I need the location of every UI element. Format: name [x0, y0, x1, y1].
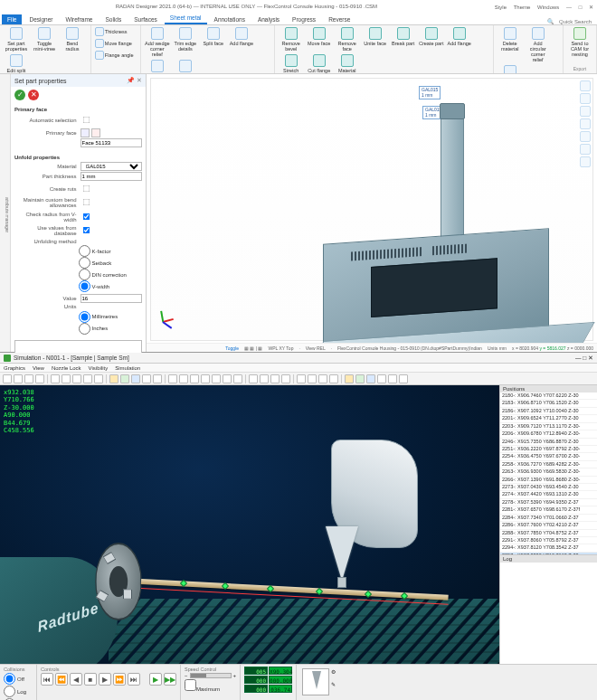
vp-fit-icon[interactable]	[580, 93, 591, 104]
position-row[interactable]: 2288-: X937.7850 Y704.8752 Z-37	[500, 530, 597, 537]
next-button[interactable]: ▶	[99, 673, 111, 686]
position-row[interactable]: 2206-: X909.6780 Y712.8940 Z-30-	[500, 430, 597, 438]
vp-shade-icon[interactable]	[580, 118, 591, 129]
tb-icon[interactable]	[223, 374, 232, 383]
tb-icon[interactable]	[153, 374, 162, 383]
tb-icon[interactable]	[179, 374, 188, 383]
step-fwd-button[interactable]: ⏩	[113, 673, 126, 686]
tb-icon[interactable]	[281, 374, 290, 383]
tab-surfaces[interactable]: Surfaces	[128, 14, 163, 24]
pick-face-icon[interactable]	[81, 128, 90, 137]
position-row[interactable]: 2291-: X937.8060 Y705.8792 Z-37	[500, 537, 597, 544]
bend-radius-button[interactable]: Bend radius	[60, 27, 85, 52]
play-button[interactable]: ▶	[149, 673, 162, 686]
position-row[interactable]: 2278-: X937.5390 Y694.9350 Z-37	[500, 499, 597, 506]
auto-selection-check[interactable]	[82, 117, 90, 124]
close-icon[interactable]: ✕	[589, 5, 593, 10]
play-fast-button[interactable]: ▶▶	[164, 673, 176, 686]
quick-search[interactable]: 🔍 Quick Search	[547, 18, 597, 24]
tb-icon[interactable]	[83, 374, 92, 383]
position-row[interactable]: 2251-: X936.2220 Y697.8792 Z-30-	[500, 446, 597, 453]
menu-visibility[interactable]: Visibility	[89, 365, 109, 371]
vp-wire-icon[interactable]	[580, 131, 591, 142]
position-row[interactable]: 2263-: X936.9300 Y669.5830 Z-30-	[500, 468, 597, 476]
mcba-check[interactable]	[82, 199, 90, 206]
tb-icon[interactable]	[233, 374, 242, 383]
tb-icon[interactable]	[249, 374, 258, 383]
step-back-button[interactable]: ⏪	[55, 673, 68, 686]
tb-icon[interactable]	[109, 374, 118, 383]
toggle-mini-vtree-button[interactable]: Toggle mini-vtree	[32, 27, 57, 52]
tb-icon[interactable]	[329, 374, 338, 383]
split-face-button[interactable]: Split face	[201, 27, 226, 57]
break-part-button[interactable]: Break part	[391, 27, 416, 52]
menu-graphics[interactable]: Graphics	[4, 365, 25, 371]
sim-window-controls[interactable]: — □ ✕	[575, 355, 593, 362]
tool-opt-icon[interactable]: ⚙	[331, 668, 342, 679]
minimize-icon[interactable]: —	[566, 5, 572, 10]
position-row[interactable]: 2183-: X906.8710 Y706.1520 Z-30	[500, 400, 597, 407]
sim-viewport[interactable]: x932.038 Y710.766 Z-30.000 A90.000 B44.6…	[0, 385, 499, 664]
shell-button[interactable]: Shell	[145, 60, 170, 74]
move-face-button[interactable]: Move face	[307, 27, 332, 52]
vp-ortho-icon[interactable]	[580, 106, 591, 117]
viewport-3d[interactable]: GAL0151 mm GAL0151 mm	[147, 74, 597, 352]
add-wedge-button[interactable]: Add wedge corner relief	[145, 27, 170, 57]
tb-icon[interactable]	[270, 374, 280, 383]
thickness-field[interactable]	[81, 172, 143, 181]
tool-opt-icon[interactable]: ✎	[331, 681, 342, 692]
tb-icon[interactable]	[190, 374, 199, 383]
tb-icon[interactable]	[355, 374, 365, 383]
position-row[interactable]: 2274-: X937.4420 Y693.1310 Z-30	[500, 491, 597, 498]
tab-file[interactable]: File	[2, 14, 22, 24]
vp-section-icon[interactable]	[580, 144, 591, 155]
menu-simulation[interactable]: Simulation	[115, 365, 140, 371]
position-row[interactable]: 2246-: X915.7350 Y686.8870 Z-30	[500, 439, 597, 446]
tab-sheet-metal[interactable]: Sheet metal	[165, 13, 207, 24]
tb-icon[interactable]	[168, 374, 177, 383]
tb-icon[interactable]	[142, 374, 151, 383]
positions-list[interactable]: 2180-: X906.7460 Y707.6220 Z-302183-: X9…	[500, 393, 597, 555]
tb-icon[interactable]	[24, 374, 33, 383]
tab-annotations[interactable]: Annotations	[209, 14, 251, 24]
remove-face-button[interactable]: Remove face	[335, 27, 360, 52]
menu-view[interactable]: View	[33, 365, 44, 371]
left-strip[interactable]: attribute manager	[0, 74, 11, 352]
tb-icon[interactable]	[212, 374, 221, 383]
fwd-end-button[interactable]: ⏭	[128, 673, 140, 686]
move-flange-button[interactable]: Move flange	[95, 39, 137, 48]
crfv-check[interactable]	[82, 213, 90, 220]
face-field[interactable]	[81, 138, 143, 147]
position-row[interactable]: 2180-: X906.7460 Y707.6220 Z-30	[500, 393, 597, 400]
tab-solids[interactable]: Solids	[100, 14, 127, 24]
tb-icon[interactable]	[72, 374, 81, 383]
tb-icon[interactable]	[345, 374, 354, 383]
speed-down-button[interactable]: −	[185, 673, 188, 678]
tb-icon[interactable]	[62, 374, 71, 383]
tb-icon[interactable]	[366, 374, 375, 383]
add-flange-button[interactable]: Add flange	[229, 27, 254, 57]
vp-measure-icon[interactable]	[580, 156, 591, 167]
menu-nozzle-lock[interactable]: Nozzle Lock	[52, 365, 81, 371]
tb-icon[interactable]	[377, 374, 386, 383]
position-row[interactable]: 2201-: X909.6524 Y711.2770 Z-30	[500, 415, 597, 422]
vp-home-icon[interactable]	[580, 80, 591, 91]
create-ruts-check[interactable]	[82, 184, 90, 192]
tb-icon[interactable]	[14, 374, 23, 383]
position-row[interactable]: 2294-: X937.8120 Y708.3542 Z-37	[500, 544, 597, 552]
uvfd-check[interactable]	[82, 227, 90, 234]
resetters-preview-button[interactable]: Resetters preview	[498, 65, 523, 74]
cut-flange-button[interactable]: Cut flange	[307, 54, 332, 74]
tb-icon[interactable]	[131, 374, 140, 383]
send-to-cam-button[interactable]: Send to CAM for nesting	[567, 27, 592, 57]
position-row[interactable]: 2284-: X937.7340 Y701.0660 Z-37	[500, 515, 597, 522]
position-row[interactable]: 2203-: X909.7120 Y713.1170 Z-30-	[500, 423, 597, 430]
stretch-flange-button[interactable]: Stretch flange	[279, 54, 304, 74]
material-select[interactable]: GAL015	[81, 162, 143, 171]
add-circular-relief-button[interactable]: Add circular corner relief	[526, 27, 551, 62]
position-row[interactable]: 2281-: X937.6570 Y698.6170 Z-37f	[500, 506, 597, 514]
flange-angle-button[interactable]: Flange angle	[95, 51, 137, 60]
tab-designer[interactable]: Designer	[24, 14, 58, 24]
material-editor-button[interactable]: Material editor	[335, 54, 360, 74]
add-flange2-button[interactable]: Add flange	[447, 27, 472, 52]
